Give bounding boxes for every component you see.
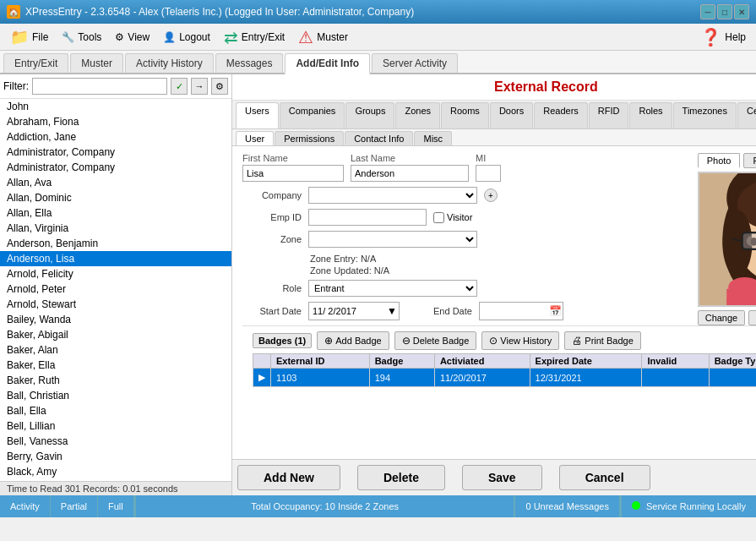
- innertab-user[interactable]: User: [236, 131, 274, 145]
- zone-entry-info: Zone Entry: N/A: [310, 253, 689, 265]
- change-photo-button[interactable]: Change: [698, 310, 746, 325]
- list-item[interactable]: Anderson, Benjamin: [0, 236, 231, 251]
- add-new-button[interactable]: Add New: [237, 465, 340, 490]
- visitor-checkbox[interactable]: [433, 212, 444, 223]
- menu-entryexit[interactable]: ⇄ Entry/Exit: [217, 25, 291, 50]
- tab-activity-history[interactable]: Activity History: [125, 53, 214, 73]
- subtab-certificates[interactable]: Certificates: [737, 102, 756, 128]
- role-select[interactable]: Entrant: [308, 280, 477, 297]
- delete-button[interactable]: Delete: [357, 465, 445, 490]
- innertab-permissions[interactable]: Permissions: [275, 131, 344, 145]
- filter-settings-button[interactable]: ⚙: [211, 78, 228, 95]
- subtab-rooms[interactable]: Rooms: [441, 102, 489, 128]
- save-button[interactable]: Save: [462, 465, 542, 490]
- firstname-input[interactable]: [242, 165, 344, 182]
- tab-muster[interactable]: Muster: [70, 53, 123, 73]
- list-item[interactable]: Addiction, Jane: [0, 129, 231, 145]
- row-badge-type[interactable]: [709, 369, 756, 387]
- list-item[interactable]: Arnold, Peter: [0, 281, 231, 297]
- list-item[interactable]: Administrator, Company: [0, 145, 231, 160]
- list-item[interactable]: Allan, Ava: [0, 175, 231, 190]
- tab-server-activity[interactable]: Server Activity: [372, 53, 458, 73]
- subtab-users[interactable]: Users: [236, 102, 279, 128]
- menu-help[interactable]: ❓ Help: [693, 25, 753, 50]
- list-item[interactable]: Bell, Vanessa: [0, 434, 231, 449]
- menu-muster[interactable]: ⚠ Muster: [291, 25, 355, 50]
- list-item[interactable]: Baker, Ruth: [0, 373, 231, 388]
- list-item[interactable]: Anderson, Lisa: [0, 251, 231, 266]
- list-item[interactable]: Berry, Gavin: [0, 449, 231, 464]
- delete-badge-button[interactable]: ⊖ Delete Badge: [394, 331, 477, 350]
- menu-tools[interactable]: 🔧 Tools: [55, 29, 108, 46]
- mi-input[interactable]: [476, 165, 501, 182]
- startdate-dropdown[interactable]: ▼: [385, 305, 399, 317]
- list-item[interactable]: Ball, Ella: [0, 403, 231, 418]
- zone-select[interactable]: [308, 231, 477, 248]
- filter-input[interactable]: [32, 78, 167, 95]
- innertab-misc[interactable]: Misc: [414, 131, 452, 145]
- tab-entryexit[interactable]: Entry/Exit: [3, 53, 68, 73]
- innertab-contact[interactable]: Contact Info: [345, 131, 413, 145]
- tab-messages[interactable]: Messages: [215, 53, 284, 73]
- list-item[interactable]: Allan, Ella: [0, 205, 231, 221]
- row-badge: 194: [369, 369, 434, 387]
- list-item[interactable]: Baker, Ella: [0, 358, 231, 373]
- add-badge-button[interactable]: ⊕ Add Badge: [317, 331, 389, 350]
- subtab-roles[interactable]: Roles: [629, 102, 672, 128]
- subtab-zones[interactable]: Zones: [395, 102, 440, 128]
- print-badge-button[interactable]: 🖨 Print Badge: [564, 331, 640, 350]
- list-item[interactable]: Bell, Lillian: [0, 418, 231, 434]
- list-item[interactable]: John: [0, 99, 231, 114]
- subtab-companies[interactable]: Companies: [280, 102, 345, 128]
- status-partial[interactable]: Partial: [51, 495, 98, 517]
- list-item[interactable]: Ball, Christian: [0, 388, 231, 403]
- photo-area: Photo FP (0): [698, 153, 756, 325]
- company-select[interactable]: [308, 187, 477, 204]
- phototab-photo[interactable]: Photo: [698, 153, 741, 168]
- lastname-input[interactable]: [351, 165, 469, 182]
- startdate-input[interactable]: [309, 303, 385, 320]
- filter-arrow-button[interactable]: →: [191, 78, 208, 95]
- subtab-readers[interactable]: Readers: [534, 102, 588, 128]
- subtab-groups[interactable]: Groups: [345, 102, 394, 128]
- status-messages[interactable]: 0 Unread Messages: [515, 495, 619, 517]
- list-item[interactable]: Black, Amy: [0, 464, 231, 479]
- list-item[interactable]: Baker, Abigail: [0, 327, 231, 342]
- list-item[interactable]: Allan, Virginia: [0, 221, 231, 236]
- list-item[interactable]: Baker, Alan: [0, 342, 231, 358]
- subtab-rfid[interactable]: RFID: [589, 102, 629, 128]
- delete-icon: ⊖: [402, 335, 411, 347]
- list-item[interactable]: Administrator, Company: [0, 160, 231, 175]
- menu-logout[interactable]: 👤 Logout: [156, 29, 217, 46]
- company-add-button[interactable]: +: [484, 189, 498, 202]
- subtab-doors[interactable]: Doors: [490, 102, 533, 128]
- close-button[interactable]: ✕: [734, 4, 749, 19]
- col-invalid: Invalid: [642, 354, 709, 369]
- enddate-calendar[interactable]: 📅: [547, 305, 563, 317]
- sub-tabs: Users Companies Groups Zones Rooms Doors…: [232, 101, 756, 129]
- svg-rect-25: [742, 233, 756, 249]
- cancel-button[interactable]: Cancel: [559, 465, 650, 490]
- user-list[interactable]: JohnAbraham, FionaAddiction, JaneAdminis…: [0, 99, 231, 481]
- enddate-input[interactable]: [480, 303, 547, 320]
- role-row: Role Entrant: [242, 280, 689, 297]
- list-item[interactable]: Arnold, Stewart: [0, 297, 231, 312]
- menu-file[interactable]: 📁 File: [3, 25, 55, 49]
- filter-apply-button[interactable]: ✓: [171, 78, 188, 95]
- tab-addedit[interactable]: Add/Edit Info: [285, 53, 370, 74]
- view-history-button[interactable]: ⊙ View History: [481, 331, 559, 350]
- status-activity[interactable]: Activity: [0, 495, 51, 517]
- empid-input[interactable]: [308, 209, 427, 226]
- list-item[interactable]: Abraham, Fiona: [0, 114, 231, 129]
- list-item[interactable]: Bailey, Wanda: [0, 312, 231, 327]
- maximize-button[interactable]: □: [717, 4, 732, 19]
- list-item[interactable]: Allan, Dominic: [0, 190, 231, 205]
- phototab-fp[interactable]: FP (0): [743, 153, 756, 168]
- list-item[interactable]: Arnold, Felicity: [0, 266, 231, 281]
- subtab-timezones[interactable]: Timezones: [673, 102, 737, 128]
- crop-photo-button[interactable]: Crop: [748, 310, 756, 325]
- minimize-button[interactable]: ─: [700, 4, 715, 19]
- table-row[interactable]: ▶ 1103 194 11/20/2017 12/31/2021: [253, 369, 757, 387]
- status-full[interactable]: Full: [98, 495, 134, 517]
- menu-view[interactable]: ⚙ View: [108, 29, 156, 46]
